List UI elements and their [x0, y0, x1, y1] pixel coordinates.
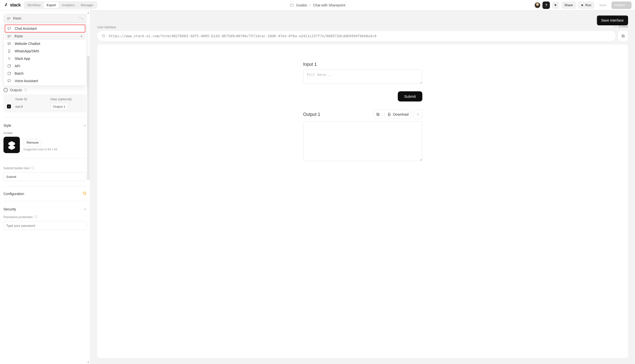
info-icon[interactable]: ⓘ	[31, 166, 34, 170]
security-section-toggle[interactable]: Security	[4, 206, 86, 212]
info-icon[interactable]: ⓘ	[34, 215, 38, 219]
topbar-left: stack Workflow Export Analytics Manager	[4, 1, 97, 9]
export-type-selected: Form	[13, 16, 76, 20]
output-actions: Download	[374, 110, 422, 119]
topbar-right: ? Share Run Save Publish	[534, 2, 632, 9]
run-label: Run	[585, 3, 591, 7]
tab-workflow[interactable]: Workflow	[24, 2, 44, 8]
password-input[interactable]	[4, 221, 86, 230]
tab-analytics[interactable]: Analytics	[59, 2, 78, 8]
dropdown-item-api[interactable]: API	[5, 62, 85, 70]
style-title: Style	[4, 124, 11, 128]
dropdown-label: Batch	[15, 72, 83, 76]
outputs-card: Node ID Alias (optional) ✓ out-0	[4, 94, 86, 112]
output-box[interactable]	[303, 121, 422, 161]
url-text[interactable]: https://www.stack-ai.com/form/d8276663-9…	[109, 34, 376, 38]
svg-point-10	[418, 114, 418, 115]
cursor-button[interactable]	[552, 2, 559, 9]
dropdown-item-batch[interactable]: Batch	[5, 70, 85, 77]
copy-url-button[interactable]	[618, 31, 628, 41]
dropdown-item-website-chatbot[interactable]: Website Chatbot	[5, 40, 85, 48]
sidebar-scroll: Form ⌃⌄ Chat Assistant Form ✓	[0, 10, 90, 364]
outputs-icon	[4, 88, 8, 92]
svg-rect-8	[377, 113, 379, 115]
dropdown-item-chat-assistant[interactable]: Chat Assistant	[5, 24, 85, 32]
avatar-preview[interactable]	[4, 137, 20, 153]
breadcrumb: Guides / Chat with Sharepoint	[290, 3, 345, 7]
preview-canvas: Input 1 Submit Output 1	[97, 44, 628, 358]
scrollbar[interactable]	[87, 56, 90, 180]
chevron-up-icon	[83, 124, 86, 127]
url-row: https://www.stack-ai.com/form/d8276663-9…	[97, 31, 628, 41]
url-pill: https://www.stack-ai.com/form/d8276663-9…	[97, 31, 616, 41]
output-checkbox[interactable]: ✓	[7, 104, 11, 108]
export-type-select[interactable]: Form ⌃⌄	[4, 14, 86, 23]
dropdown-item-slack-app[interactable]: Slack App	[5, 55, 85, 62]
dropdown-label: Chat Assistant	[15, 26, 83, 30]
scroll-up-icon[interactable]: ▴	[86, 11, 90, 14]
dropdown-item-whatsapp-sms[interactable]: WhatsApp/SMS	[5, 48, 85, 55]
breadcrumb-page[interactable]: Chat with Sharepoint	[313, 3, 346, 7]
cursor-icon	[554, 4, 557, 7]
security-title: Security	[4, 207, 16, 211]
main-inner: User Interface Embed https://www.stack-a…	[90, 10, 635, 364]
scroll-down-icon[interactable]: ▾	[86, 360, 90, 364]
outputs-col-alias: Alias (optional)	[50, 97, 84, 101]
svg-point-1	[9, 52, 9, 52]
share-button[interactable]: Share	[561, 2, 576, 9]
avatar-cube-icon	[7, 140, 17, 150]
output-node-id: out-0	[16, 105, 49, 108]
svg-rect-5	[622, 35, 624, 37]
help-button[interactable]: ?	[542, 2, 550, 9]
configuration-section-toggle[interactable]: Configuration	[4, 191, 86, 196]
api-icon	[7, 64, 12, 68]
breadcrumb-folder[interactable]: Guides	[296, 3, 307, 7]
tab-manager[interactable]: Manager	[78, 2, 96, 8]
input-textarea[interactable]	[303, 70, 422, 84]
voice-icon	[7, 79, 12, 83]
dropdown-item-voice-assistant[interactable]: Voice Assistant	[5, 77, 85, 84]
ui-label: User Interface	[97, 26, 116, 29]
publish-button[interactable]: Publish	[612, 2, 632, 9]
submit-button[interactable]: Submit	[398, 91, 422, 102]
reload-button[interactable]	[102, 34, 106, 38]
brand-name: stack	[10, 2, 21, 8]
output-alias-input[interactable]	[51, 103, 68, 110]
brand-logo[interactable]: stack	[4, 2, 21, 8]
download-button[interactable]: Download	[384, 110, 411, 119]
embed-link[interactable]: Embed	[614, 25, 628, 28]
submit-row: Submit	[303, 91, 422, 102]
form-icon	[7, 34, 12, 38]
download-icon	[387, 112, 391, 116]
more-output-button[interactable]	[414, 110, 422, 119]
outputs-col-id: Node ID	[16, 97, 48, 101]
nav-tabs: Workflow Export Analytics Manager	[24, 1, 97, 9]
main-area: Save Interface User Interface Embed http…	[90, 10, 635, 364]
copy-output-button[interactable]	[374, 110, 382, 119]
save-button[interactable]: Save	[596, 2, 610, 9]
outputs-section-header: Outputs ⓘ	[4, 88, 86, 92]
password-label: Password protection ⓘ	[4, 215, 38, 219]
avatar-label: Avatar	[4, 131, 13, 135]
dropdown-item-form[interactable]: Form ✓	[5, 32, 85, 40]
folder-icon	[290, 3, 294, 7]
dropdown-label: Voice Assistant	[15, 79, 83, 83]
style-section-toggle[interactable]: Style	[4, 122, 86, 128]
warning-icon	[83, 191, 86, 196]
chat-icon	[7, 26, 12, 30]
outputs-columns: Node ID Alias (optional)	[6, 97, 84, 103]
submit-text-input[interactable]	[4, 172, 86, 181]
check-icon: ✓	[80, 34, 83, 38]
info-icon[interactable]: ⓘ	[24, 88, 27, 92]
sidebar: ▴ ▾ Form ⌃⌄ Chat Assistant	[0, 10, 90, 364]
remove-avatar-button[interactable]: Remove	[23, 139, 42, 146]
tab-export[interactable]: Export	[44, 2, 59, 8]
copy-icon	[621, 34, 625, 38]
run-button[interactable]: Run	[578, 2, 594, 9]
dropdown-label: WhatsApp/SMS	[15, 49, 83, 53]
play-icon	[581, 4, 584, 7]
dropdown-label: Slack App	[15, 56, 83, 60]
user-avatar[interactable]	[534, 2, 540, 8]
avatar-meta: Remove Suggested size is 64 x 64	[23, 139, 57, 151]
save-interface-button[interactable]: Save Interface	[597, 16, 628, 25]
